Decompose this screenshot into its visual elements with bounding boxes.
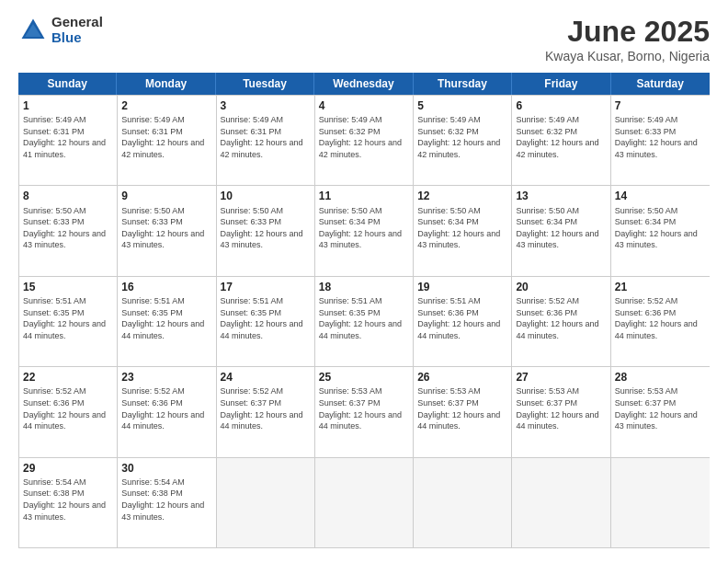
day-info: Sunrise: 5:49 AMSunset: 6:32 PMDaylight:… [319,114,409,160]
day-info: Sunrise: 5:49 AMSunset: 6:31 PMDaylight:… [23,114,113,160]
calendar-cell: 9Sunrise: 5:50 AMSunset: 6:33 PMDaylight… [118,186,216,275]
calendar-cell: 1Sunrise: 5:49 AMSunset: 6:31 PMDaylight… [19,96,118,185]
header-day-tuesday: Tuesday [216,73,314,95]
calendar-cell: 3Sunrise: 5:49 AMSunset: 6:31 PMDaylight… [217,96,315,185]
calendar-week-3: 15Sunrise: 5:51 AMSunset: 6:35 PMDayligh… [19,276,710,366]
calendar-cell: 29Sunrise: 5:54 AMSunset: 6:38 PMDayligh… [19,458,118,547]
day-number: 20 [516,280,606,294]
calendar-cell: 21Sunrise: 5:52 AMSunset: 6:36 PMDayligh… [611,277,710,366]
logo-general: General [51,15,103,30]
header: General Blue June 2025 Kwaya Kusar, Born… [18,15,710,63]
day-number: 2 [121,98,211,113]
calendar-cell: 12Sunrise: 5:50 AMSunset: 6:34 PMDayligh… [414,186,512,275]
calendar: SundayMondayTuesdayWednesdayThursdayFrid… [18,73,710,548]
day-info: Sunrise: 5:50 AMSunset: 6:34 PMDaylight:… [417,205,507,251]
calendar-week-1: 1Sunrise: 5:49 AMSunset: 6:31 PMDaylight… [19,95,710,185]
day-info: Sunrise: 5:50 AMSunset: 6:33 PMDaylight:… [23,205,113,251]
day-number: 19 [417,280,507,294]
day-info: Sunrise: 5:54 AMSunset: 6:38 PMDaylight:… [121,477,211,523]
day-number: 26 [417,370,507,385]
day-info: Sunrise: 5:51 AMSunset: 6:35 PMDaylight:… [221,295,311,341]
day-info: Sunrise: 5:52 AMSunset: 6:36 PMDaylight:… [615,295,706,341]
header-day-friday: Friday [512,73,610,95]
calendar-cell: 26Sunrise: 5:53 AMSunset: 6:37 PMDayligh… [414,367,512,456]
calendar-body: 1Sunrise: 5:49 AMSunset: 6:31 PMDaylight… [18,95,710,548]
day-info: Sunrise: 5:51 AMSunset: 6:35 PMDaylight:… [23,295,113,341]
calendar-cell [217,458,315,547]
logo-blue: Blue [51,30,103,46]
day-info: Sunrise: 5:52 AMSunset: 6:36 PMDaylight:… [121,385,211,431]
day-number: 8 [23,189,113,203]
day-number: 27 [516,370,606,385]
calendar-cell: 11Sunrise: 5:50 AMSunset: 6:34 PMDayligh… [315,186,414,275]
title-section: June 2025 Kwaya Kusar, Borno, Nigeria [545,15,710,63]
calendar-cell: 13Sunrise: 5:50 AMSunset: 6:34 PMDayligh… [512,186,610,275]
day-number: 21 [615,280,706,294]
calendar-cell: 24Sunrise: 5:52 AMSunset: 6:37 PMDayligh… [217,367,315,456]
calendar-cell: 30Sunrise: 5:54 AMSunset: 6:38 PMDayligh… [118,458,216,547]
day-number: 11 [319,189,409,203]
day-number: 22 [23,370,113,385]
calendar-cell [315,458,414,547]
calendar-cell [414,458,512,547]
day-number: 28 [615,370,706,385]
day-info: Sunrise: 5:53 AMSunset: 6:37 PMDaylight:… [615,385,706,431]
day-info: Sunrise: 5:52 AMSunset: 6:37 PMDaylight:… [221,385,311,431]
day-info: Sunrise: 5:49 AMSunset: 6:31 PMDaylight:… [121,114,211,160]
day-info: Sunrise: 5:54 AMSunset: 6:38 PMDaylight:… [23,477,113,523]
calendar-cell: 28Sunrise: 5:53 AMSunset: 6:37 PMDayligh… [611,367,710,456]
calendar-cell [512,458,610,547]
day-number: 12 [417,189,507,203]
calendar-cell: 19Sunrise: 5:51 AMSunset: 6:36 PMDayligh… [414,277,512,366]
day-info: Sunrise: 5:53 AMSunset: 6:37 PMDaylight:… [516,385,606,431]
calendar-week-2: 8Sunrise: 5:50 AMSunset: 6:33 PMDaylight… [19,185,710,275]
calendar-cell: 5Sunrise: 5:49 AMSunset: 6:32 PMDaylight… [414,96,512,185]
day-number: 14 [615,189,706,203]
day-info: Sunrise: 5:52 AMSunset: 6:36 PMDaylight:… [516,295,606,341]
day-info: Sunrise: 5:50 AMSunset: 6:34 PMDaylight:… [319,205,409,251]
header-day-wednesday: Wednesday [314,73,413,95]
calendar-subtitle: Kwaya Kusar, Borno, Nigeria [545,49,710,63]
day-number: 3 [221,98,311,113]
day-info: Sunrise: 5:49 AMSunset: 6:33 PMDaylight:… [615,114,706,160]
day-number: 4 [319,98,409,113]
calendar-week-5: 29Sunrise: 5:54 AMSunset: 6:38 PMDayligh… [19,457,710,547]
day-number: 25 [319,370,409,385]
day-number: 17 [221,280,311,294]
day-info: Sunrise: 5:50 AMSunset: 6:34 PMDaylight:… [615,205,706,251]
calendar-cell: 10Sunrise: 5:50 AMSunset: 6:33 PMDayligh… [217,186,315,275]
calendar-title: June 2025 [545,15,710,49]
day-number: 6 [516,98,606,113]
day-info: Sunrise: 5:51 AMSunset: 6:35 PMDaylight:… [121,295,211,341]
calendar-cell: 22Sunrise: 5:52 AMSunset: 6:36 PMDayligh… [19,367,118,456]
day-info: Sunrise: 5:49 AMSunset: 6:31 PMDaylight:… [221,114,311,160]
header-day-monday: Monday [117,73,215,95]
header-day-saturday: Saturday [611,73,710,95]
calendar-cell: 8Sunrise: 5:50 AMSunset: 6:33 PMDaylight… [19,186,118,275]
calendar-cell: 18Sunrise: 5:51 AMSunset: 6:35 PMDayligh… [315,277,414,366]
day-info: Sunrise: 5:50 AMSunset: 6:33 PMDaylight:… [221,205,311,251]
day-info: Sunrise: 5:51 AMSunset: 6:35 PMDaylight:… [319,295,409,341]
calendar-cell: 2Sunrise: 5:49 AMSunset: 6:31 PMDaylight… [118,96,216,185]
day-info: Sunrise: 5:52 AMSunset: 6:36 PMDaylight:… [23,385,113,431]
day-number: 5 [417,98,507,113]
day-info: Sunrise: 5:49 AMSunset: 6:32 PMDaylight:… [417,114,507,160]
day-number: 10 [221,189,311,203]
calendar-cell: 20Sunrise: 5:52 AMSunset: 6:36 PMDayligh… [512,277,610,366]
calendar-cell: 14Sunrise: 5:50 AMSunset: 6:34 PMDayligh… [611,186,710,275]
day-info: Sunrise: 5:50 AMSunset: 6:34 PMDaylight:… [516,205,606,251]
logo: General Blue [18,15,103,45]
calendar-cell: 27Sunrise: 5:53 AMSunset: 6:37 PMDayligh… [512,367,610,456]
day-number: 9 [121,189,211,203]
calendar-cell: 6Sunrise: 5:49 AMSunset: 6:32 PMDaylight… [512,96,610,185]
calendar-cell: 17Sunrise: 5:51 AMSunset: 6:35 PMDayligh… [217,277,315,366]
day-info: Sunrise: 5:49 AMSunset: 6:32 PMDaylight:… [516,114,606,160]
calendar-cell: 7Sunrise: 5:49 AMSunset: 6:33 PMDaylight… [611,96,710,185]
calendar-cell: 4Sunrise: 5:49 AMSunset: 6:32 PMDaylight… [315,96,414,185]
day-info: Sunrise: 5:53 AMSunset: 6:37 PMDaylight:… [319,385,409,431]
logo-icon [18,16,48,45]
day-info: Sunrise: 5:53 AMSunset: 6:37 PMDaylight:… [417,385,507,431]
day-number: 24 [221,370,311,385]
day-number: 15 [23,280,113,294]
header-day-thursday: Thursday [414,73,512,95]
